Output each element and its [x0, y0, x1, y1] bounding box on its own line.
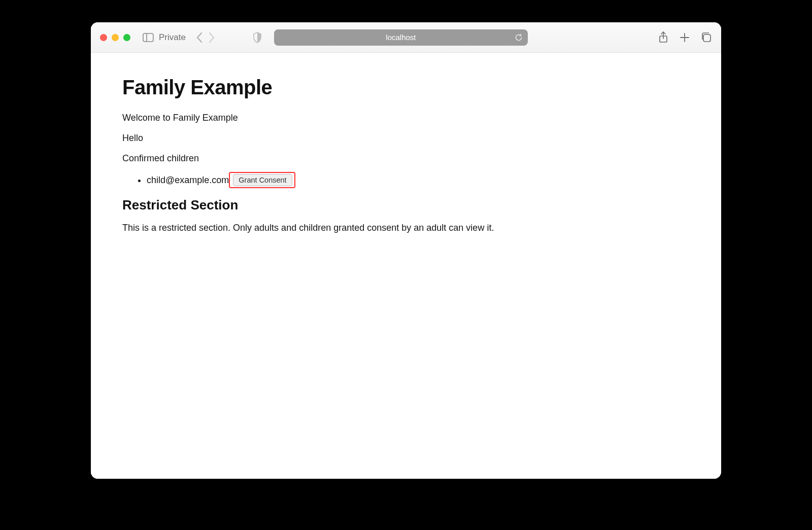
confirmed-children-label: Confirmed children — [122, 152, 692, 165]
address-bar[interactable]: localhost — [274, 29, 528, 46]
restricted-heading: Restricted Section — [122, 197, 692, 213]
toolbar-right-group — [658, 31, 712, 44]
navigation-arrows — [196, 32, 215, 43]
share-icon[interactable] — [658, 31, 668, 44]
fullscreen-window-button[interactable] — [123, 34, 130, 41]
children-list: child@example.com Grant Consent — [122, 172, 692, 188]
minimize-window-button[interactable] — [112, 34, 119, 41]
privacy-shield-icon[interactable] — [253, 32, 262, 43]
child-list-item: child@example.com Grant Consent — [147, 172, 692, 188]
page-title: Family Example — [122, 76, 692, 99]
new-tab-icon[interactable] — [680, 32, 690, 43]
private-mode-label: Private — [159, 32, 186, 43]
grant-consent-button[interactable]: Grant Consent — [233, 174, 292, 186]
tabs-overview-icon[interactable] — [701, 32, 712, 43]
sidebar-toggle-icon[interactable] — [143, 33, 154, 42]
greeting-text: Hello — [122, 131, 692, 145]
reload-icon[interactable] — [515, 33, 523, 42]
restricted-body: This is a restricted section. Only adult… — [122, 221, 692, 234]
page-content: Family Example Welcome to Family Example… — [91, 53, 721, 479]
forward-button[interactable] — [208, 32, 215, 43]
annotation-highlight: Grant Consent — [229, 172, 295, 188]
window-controls — [100, 34, 130, 41]
browser-window: Private localhost — [91, 22, 721, 479]
close-window-button[interactable] — [100, 34, 107, 41]
address-bar-text: localhost — [386, 33, 416, 42]
browser-toolbar: Private localhost — [91, 22, 721, 53]
back-button[interactable] — [196, 32, 203, 43]
child-email: child@example.com — [147, 175, 229, 186]
welcome-text: Welcome to Family Example — [122, 111, 692, 124]
svg-rect-0 — [143, 33, 153, 42]
svg-rect-6 — [703, 34, 710, 42]
